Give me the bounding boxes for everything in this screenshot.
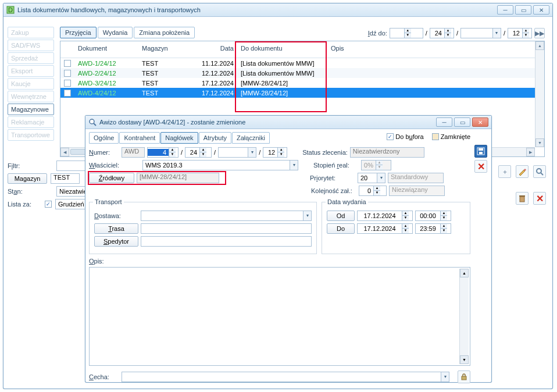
tab-przyjecia[interactable]: Przyjęcia — [60, 27, 97, 38]
scroll-right-icon[interactable]: ▶ — [526, 148, 535, 156]
sidetab-sadfws[interactable]: SAD/FWS — [8, 40, 54, 51]
datawydania-fieldset: Data wydania Od 17.12.2024▲▼ 00:00▲▼ Do … — [322, 202, 470, 254]
maximize-button[interactable]: ▭ — [515, 5, 531, 15]
do-time[interactable]: 23:59▲▼ — [415, 223, 451, 234]
sidetab-eksport[interactable]: Eksport — [8, 65, 54, 77]
wlasciciel-label: Właściciel: — [89, 162, 140, 169]
svg-rect-10 — [479, 152, 483, 154]
modal-minimize-button[interactable]: ─ — [436, 117, 452, 127]
goto-go-icon[interactable]: ▶▶ — [534, 28, 545, 38]
svg-rect-9 — [479, 148, 483, 151]
numer-label: Numer: — [89, 149, 119, 156]
mtab-kontrahent[interactable]: Kontrahent — [119, 132, 160, 144]
mtab-atrybuty[interactable]: Atrybuty — [199, 132, 231, 144]
magazyn-field[interactable]: TEST — [51, 173, 80, 184]
kolejnosc-spin[interactable]: 0▲▼ — [359, 186, 387, 196]
col-magazyn[interactable]: Magazyn — [138, 41, 191, 58]
transport-legend: Transport — [93, 198, 124, 205]
opis-textarea[interactable]: ▲ ▼ — [89, 267, 470, 366]
cecha-label: Cecha: — [89, 373, 119, 380]
table-row-selected[interactable]: AWD-4/24/12 TEST 17.12.2024 [MMW-28/24/1… — [60, 88, 544, 98]
cancel-icon[interactable]: ✕ — [474, 160, 487, 173]
close-button[interactable]: ✕ — [533, 5, 549, 15]
zrodlowy-button[interactable]: Źródłowy — [89, 173, 134, 183]
sidetab-kaucje[interactable]: Kaucje — [8, 78, 54, 90]
opis-scroll-down-icon[interactable]: ▼ — [460, 355, 469, 364]
svg-line-7 — [94, 123, 96, 126]
wlasciciel-combo[interactable]: WMS 2019.3▾ — [142, 160, 298, 170]
main-titlebar[interactable]: D Lista dokumentów handlowych, magazynow… — [3, 3, 552, 17]
goto-seg1[interactable]: ▲▼ — [390, 28, 423, 38]
sidetab-magazynowe[interactable]: Magazynowe — [8, 104, 54, 115]
save-icon[interactable] — [474, 145, 487, 158]
stan-label: Stan: — [8, 188, 53, 195]
stopien-label: Stopień real: — [313, 162, 359, 169]
listaza-check[interactable]: ✓ — [45, 201, 52, 208]
do-date[interactable]: 17.12.2024▲▼ — [357, 223, 413, 234]
modal-titlebar[interactable]: Awizo dostawy [AWD-4/24/12] - zostanie z… — [85, 116, 491, 129]
zamkniete-check[interactable]: Zamknięte — [432, 133, 470, 140]
grid-scroll-v[interactable]: ▲ ▼ — [535, 41, 544, 147]
modal-close-button[interactable]: ✕ — [472, 117, 488, 127]
magnifier-icon — [88, 118, 97, 126]
grid-header-row[interactable]: Dokument Magazyn Data Do dokumentu Opis — [60, 41, 544, 58]
scroll-down-icon[interactable]: ▼ — [535, 138, 544, 147]
row-checkbox[interactable] — [64, 60, 71, 67]
row-checkbox[interactable] — [64, 80, 71, 87]
opis-scroll-up-icon[interactable]: ▲ — [460, 269, 469, 277]
modal-tabs: Ogólne Kontrahent Nagłówek Atrybuty Załą… — [89, 132, 270, 144]
od-date[interactable]: 17.12.2024▲▼ — [357, 211, 413, 221]
scroll-left-icon[interactable]: ◀ — [60, 148, 69, 156]
spedytor-button[interactable]: Spedytor — [94, 236, 138, 247]
trasa-field[interactable] — [141, 223, 312, 234]
col-dokument[interactable]: Dokument — [74, 41, 138, 58]
cecha-lock-icon[interactable] — [458, 370, 470, 383]
modal-maximize-button[interactable]: ▭ — [454, 117, 470, 127]
modal-side-tools: ✕ — [474, 145, 488, 173]
sidetab-transportowe[interactable]: Transportowe — [8, 129, 54, 141]
col-opis[interactable]: Opis — [327, 41, 544, 58]
dostawa-label: Dostawa: — [94, 212, 138, 219]
trasa-button[interactable]: Trasa — [94, 223, 138, 234]
goto-seg2[interactable]: 24▲▼ — [430, 28, 454, 38]
sidetab-sprzedaz[interactable]: Sprzedaż — [8, 52, 54, 64]
od-time[interactable]: 00:00▲▼ — [415, 211, 451, 221]
row-checkbox[interactable] — [64, 90, 71, 97]
mtab-naglowek[interactable]: Nagłówek — [160, 132, 198, 144]
sidetab-reklamacje[interactable]: Reklamacje — [8, 116, 54, 128]
cecha-combo[interactable]: ▾ — [122, 372, 449, 382]
mtab-ogolne[interactable]: Ogólne — [89, 132, 119, 144]
table-row[interactable]: AWD-1/24/12 TEST 11.12.2024 [Lista dokum… — [60, 58, 544, 69]
row-checkbox[interactable] — [64, 70, 71, 77]
table-row[interactable]: AWD-3/24/12 TEST 17.12.2024 [MMW-28/24/1… — [60, 78, 544, 88]
status-field: Niezatwierdzony — [350, 147, 424, 158]
tab-wydania[interactable]: Wydania — [98, 27, 133, 38]
numer-seg3[interactable]: ▾ — [218, 147, 256, 158]
do-bufora-check[interactable]: ✓Do bufora — [387, 133, 423, 140]
col-dodok[interactable]: Do dokumentu — [237, 41, 327, 58]
col-data[interactable]: Data — [191, 41, 237, 58]
goto-seg4[interactable]: 12▲▼ — [508, 28, 532, 38]
numer-n[interactable]: 4▲▼ — [147, 147, 178, 158]
tab-zmiana[interactable]: Zmiana położenia — [134, 27, 195, 38]
table-row[interactable]: AWD-2/24/12 TEST 12.12.2024 [Lista dokum… — [60, 68, 544, 78]
status-label: Status zlecenia: — [302, 149, 348, 156]
dostawa-combo[interactable]: ▾ — [141, 211, 312, 221]
do-button[interactable]: Do — [327, 223, 355, 234]
numer-seg4[interactable]: 12▲▼ — [263, 147, 287, 158]
category-tabs: Zakup SAD/FWS Sprzedaż Eksport Kaucje We… — [8, 27, 54, 141]
goto-label: Idź do: — [368, 30, 387, 37]
goto-seg3[interactable]: ▾ — [460, 28, 501, 38]
mtab-zalaczniki[interactable]: Załączniki — [232, 132, 270, 144]
sidetab-wewnetrzne[interactable]: Wewnętrzne — [8, 91, 54, 102]
sidetab-zakup[interactable]: Zakup — [8, 27, 54, 38]
minimize-button[interactable]: ─ — [497, 5, 513, 15]
numer-seg2[interactable]: 24▲▼ — [185, 147, 212, 158]
stopien-spin[interactable]: 0%▲▼ — [361, 160, 391, 170]
od-button[interactable]: Od — [327, 211, 355, 221]
priorytet-combo[interactable]: 20▾ — [358, 173, 385, 183]
spedytor-field[interactable] — [141, 236, 312, 247]
scroll-up-icon[interactable]: ▲ — [535, 41, 544, 50]
magazyn-button[interactable]: Magazyn — [8, 173, 47, 184]
awizo-modal: Awizo dostawy [AWD-4/24/12] - zostanie z… — [85, 115, 492, 383]
